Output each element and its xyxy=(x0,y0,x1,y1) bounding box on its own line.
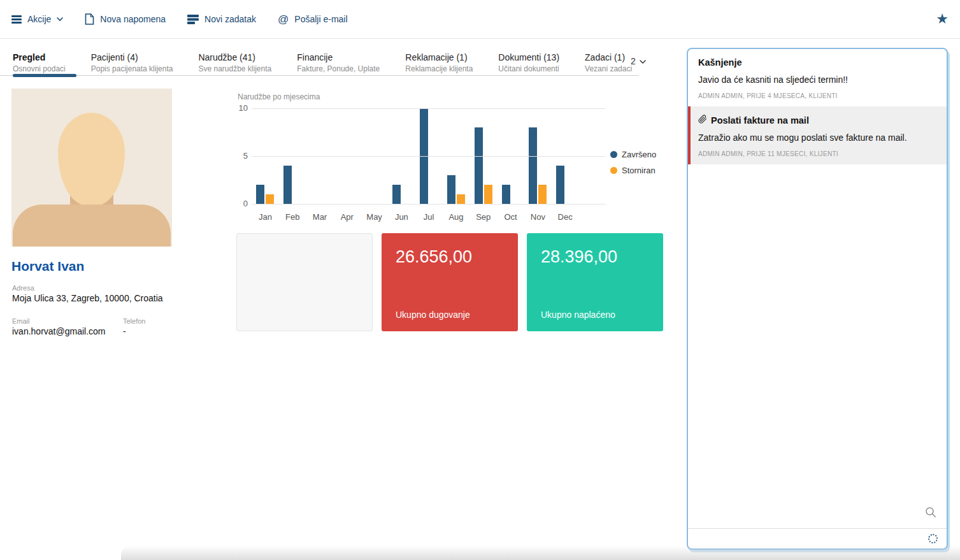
chevron-down-icon xyxy=(57,17,63,22)
phone-value: - xyxy=(123,326,145,336)
top-toolbar: Akcije Nova napomena Novi zadatak @ Poša… xyxy=(0,0,960,39)
tab-title: Pregled xyxy=(13,52,66,62)
y-axis-tick: 0 xyxy=(234,199,248,208)
gridline xyxy=(252,204,606,205)
favorite-star-icon[interactable]: ★ xyxy=(936,12,949,26)
active-tab-indicator xyxy=(13,74,76,77)
summary-card-empty xyxy=(236,233,373,331)
paid-value: 28.396,00 xyxy=(541,247,617,267)
debt-value: 26.656,00 xyxy=(396,247,472,267)
y-axis-tick: 5 xyxy=(234,151,248,161)
search-icon[interactable] xyxy=(925,506,936,521)
page-bottom-shadow xyxy=(121,546,960,560)
contact-row: Email ivan.horvat@gmail.com Telefon - xyxy=(12,317,145,336)
new-note-label: Nova napomena xyxy=(100,14,166,24)
new-task-button[interactable]: Novi zadatak xyxy=(187,14,256,24)
summary-card-paid: 28.396,00 Ukupno naplaćeno xyxy=(527,233,663,331)
bar-završeno-jan xyxy=(256,185,264,204)
debt-label: Ukupno dugovanje xyxy=(396,310,470,320)
bar-završeno-aug xyxy=(447,175,455,204)
client-name: Horvat Ivan xyxy=(11,259,84,274)
gridline xyxy=(252,108,606,109)
bar-storniran-aug xyxy=(457,194,465,204)
x-axis-label: Jul xyxy=(415,212,443,222)
note-meta: ADMIN ADMIN, PRIJE 11 MJESECI, KLIJENTI xyxy=(698,150,936,157)
actions-menu-label: Akcije xyxy=(27,14,51,24)
toolbar-actions-group: Akcije Nova napomena Novi zadatak @ Poša… xyxy=(11,13,348,25)
send-email-button[interactable]: @ Pošalji e-mail xyxy=(278,14,348,25)
tab-dokumenti[interactable]: Dokumenti (13) Učitani dokumenti xyxy=(498,52,559,73)
x-axis-label: Dec xyxy=(552,212,579,222)
x-axis-label: Oct xyxy=(497,212,524,222)
address-value: Moja Ulica 33, Zagreb, 10000, Croatia xyxy=(12,293,163,303)
send-email-label: Pošalji e-mail xyxy=(294,14,347,24)
tab-zadaci[interactable]: Zadaci (1) Vezani zadaci xyxy=(585,52,632,73)
tab-title: Narudžbe (41) xyxy=(198,52,271,62)
chart-categories: JanFebMarAprMayJunJulAugSepOctNovDec xyxy=(252,212,579,222)
bar-završeno-jun xyxy=(392,185,401,204)
phone-block: Telefon - xyxy=(123,317,145,336)
tab-reklamacije[interactable]: Reklamacije (1) Reklamacije klijenta xyxy=(405,52,473,73)
x-axis-label: Jan xyxy=(252,212,279,222)
legend-dot xyxy=(610,167,617,174)
legend-item-storniran: Storniran xyxy=(610,166,656,175)
x-axis-label: Apr xyxy=(333,212,361,222)
y-axis-tick: 10 xyxy=(234,103,248,113)
x-axis-label: Jun xyxy=(388,212,415,222)
legend-label: Završeno xyxy=(622,150,656,159)
legend-dot xyxy=(610,151,617,158)
bar-završeno-nov xyxy=(529,127,537,204)
note-body: Javio da će kasniti na sljedeći termin!! xyxy=(698,75,936,85)
tab-title: Dokumenti (13) xyxy=(498,52,559,62)
tab-pregled[interactable]: Pregled Osnovni podaci xyxy=(13,52,66,73)
tab-subtitle: Fakture, Ponude, Uplate xyxy=(297,64,380,73)
avatar-torso xyxy=(13,205,171,247)
avatar-head xyxy=(58,113,125,206)
chevron-down-icon xyxy=(640,56,646,66)
paid-label: Ukupno naplaćeno xyxy=(541,310,615,320)
note-title: Kašnjenje xyxy=(698,57,936,68)
task-list-icon xyxy=(187,15,199,24)
tab-subtitle: Reklamacije klijenta xyxy=(405,64,473,73)
summary-cards: 26.656,00 Ukupno dugovanje 28.396,00 Uku… xyxy=(236,233,663,331)
bar-završeno-sep xyxy=(475,127,483,204)
hamburger-icon xyxy=(11,15,22,24)
tab-bar: Pregled Osnovni podaci Pacijenti (4) Pop… xyxy=(0,52,639,76)
tab-narudzbe[interactable]: Narudžbe (41) Sve narudžbe klijenta xyxy=(198,52,271,73)
note-title: Poslati fakture na mail xyxy=(698,115,936,126)
tab-subtitle: Popis pacijenata klijenta xyxy=(91,64,173,73)
orders-chart: Narudžbe po mjesecima JanFebMarAprMayJun… xyxy=(238,92,663,226)
email-label: Email xyxy=(12,317,123,325)
bar-završeno-feb xyxy=(283,166,292,204)
x-axis-label: Mar xyxy=(306,212,334,222)
summary-card-debt: 26.656,00 Ukupno dugovanje xyxy=(382,233,518,331)
notes-panel: Kašnjenje Javio da će kasniti na sljedeć… xyxy=(687,48,948,550)
note-title-text: Poslati fakture na mail xyxy=(711,115,809,126)
tab-pacijenti[interactable]: Pacijenti (4) Popis pacijenata klijenta xyxy=(91,52,173,73)
chart-plot: JanFebMarAprMayJunJulAugSepOctNovDec 051… xyxy=(252,108,606,204)
chart-title: Narudžbe po mjesecima xyxy=(238,92,663,101)
tabs-overflow-count: 2 xyxy=(631,56,636,66)
bar-storniran-jan xyxy=(266,194,274,204)
tab-title: Zadaci (1) xyxy=(585,52,632,62)
note-item[interactable]: Kašnjenje Javio da će kasniti na sljedeć… xyxy=(688,49,947,106)
client-avatar xyxy=(11,89,172,247)
bar-završeno-dec xyxy=(556,166,564,204)
new-note-button[interactable]: Nova napomena xyxy=(85,13,166,25)
tab-subtitle: Osnovni podaci xyxy=(13,64,66,73)
loading-spinner-icon xyxy=(928,534,938,543)
tab-title: Financije xyxy=(297,52,380,62)
legend-label: Storniran xyxy=(622,166,656,175)
tabs-overflow-dropdown[interactable]: 2 xyxy=(631,56,646,66)
note-item[interactable]: Poslati fakture na mail Zatražio ako mu … xyxy=(688,106,947,164)
x-axis-label: Nov xyxy=(524,212,552,222)
actions-menu-button[interactable]: Akcije xyxy=(11,14,63,24)
paperclip-icon xyxy=(698,115,707,126)
email-value: ivan.horvat@gmail.com xyxy=(12,326,123,336)
bar-storniran-nov xyxy=(538,185,547,204)
email-block: Email ivan.horvat@gmail.com xyxy=(12,317,123,336)
tab-title: Pacijenti (4) xyxy=(91,52,173,62)
tab-financije[interactable]: Financije Fakture, Ponude, Uplate xyxy=(297,52,380,73)
legend-item-završeno: Završeno xyxy=(610,150,656,159)
x-axis-label: Sep xyxy=(469,212,497,222)
